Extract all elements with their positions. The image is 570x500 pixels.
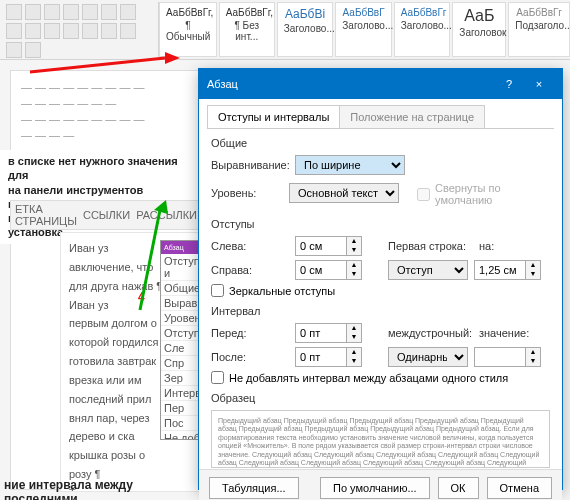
after-input[interactable] [295,347,347,367]
value-label: значение: [479,327,529,339]
dialog-titlebar[interactable]: Абзац ? × [199,69,562,99]
noadd-checkbox[interactable] [211,371,224,384]
group-preview: Образец Предыдущий абзац Предыдущий абза… [211,392,550,468]
cancel-button[interactable]: Отмена [487,477,552,499]
close-button[interactable]: × [524,69,554,99]
preview-box: Предыдущий абзац Предыдущий абзац Предыд… [211,410,550,468]
alignment-label: Выравнивание: [211,159,289,171]
style-h3[interactable]: АаБбВвГгЗаголово... [394,2,451,57]
left-indent-input[interactable] [295,236,347,256]
spin-down-icon[interactable]: ▼ [347,246,361,255]
before-label: Перед: [211,327,289,339]
firstline-label: Первая строка: [388,240,473,252]
style-gallery[interactable]: АаБбВвГг,¶ Обычный АаБбВвГг,¶ Без инт...… [159,2,570,57]
linespacing-select[interactable]: Одинарный [388,347,468,367]
default-button[interactable]: По умолчанию... [320,477,430,499]
group-indent: Отступы Слева: ▲▼ Первая строка: на: Спр… [211,218,550,297]
dialog-footer: Табуляция... По умолчанию... ОК Отмена [199,469,562,500]
paragraph-icons[interactable] [6,4,152,58]
before-input[interactable] [295,323,347,343]
ok-button[interactable]: ОК [438,477,479,499]
style-subtitle[interactable]: АаБбВвГгПодзаголо... [508,2,570,57]
level-label: Уровень: [211,187,283,199]
level-select[interactable]: Основной текст [289,183,399,203]
dialog-title: Абзац [207,78,238,90]
firstline-select[interactable]: Отступ [388,260,468,280]
style-nospacing[interactable]: АаБбВвГг,¶ Без инт... [219,2,275,57]
tab-position[interactable]: Положение на странице [339,105,485,128]
style-h2[interactable]: АаБбВвГЗаголово... [335,2,392,57]
group-general: Общие Выравнивание: По ширине Уровень: О… [211,137,550,210]
style-title[interactable]: АаБЗаголовок [452,2,506,57]
group-spacing: Интервал Перед: ▲▼ междустрочный: значен… [211,305,550,384]
nested-ribbon: ЕТКА СТРАНИЦЫССЫЛКИРАССЫЛКИРЕЦЕНЗИРОВАНИ… [10,200,200,230]
by-label: на: [479,240,503,252]
left-indent-label: Слева: [211,240,289,252]
ribbon: Абзац ↘ АаБбВвГг,¶ Обычный АаБбВвГг,¶ Бе… [0,0,570,60]
style-normal[interactable]: АаБбВвГг,¶ Обычный [159,2,217,57]
style-h1[interactable]: АаБбВіЗаголово... [277,2,334,57]
article-footer: ние интервала между последними [0,478,200,500]
right-indent-label: Справа: [211,264,289,276]
right-indent-input[interactable] [295,260,347,280]
collapse-checkbox [417,188,430,201]
alignment-select[interactable]: По ширине [295,155,405,175]
spin-up-icon[interactable]: ▲ [347,237,361,246]
mirror-checkbox[interactable] [211,284,224,297]
help-button[interactable]: ? [494,69,524,99]
tab-indents[interactable]: Отступы и интервалы [207,105,340,128]
tabs-button[interactable]: Табуляция... [209,477,299,499]
linespacing-label: междустрочный: [388,327,473,339]
dialog-tabs: Отступы и интервалы Положение на страниц… [207,105,554,129]
after-label: После: [211,351,289,363]
by-input[interactable] [474,260,526,280]
paragraph-dialog: Абзац ? × Отступы и интервалы Положение … [198,68,563,490]
annotation-number: 4 [138,290,145,304]
value-input[interactable] [474,347,526,367]
